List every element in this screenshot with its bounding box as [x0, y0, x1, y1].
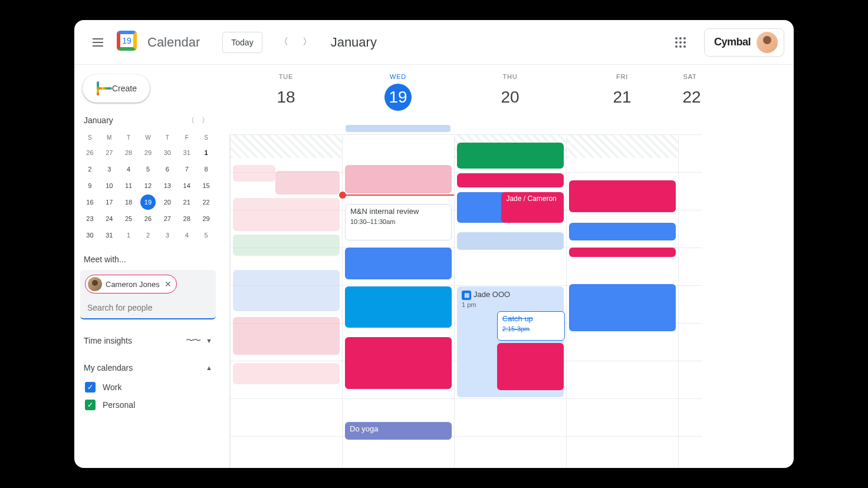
day-column-tue[interactable]	[230, 134, 342, 468]
mini-day[interactable]: 15	[199, 178, 214, 193]
event-block[interactable]	[275, 171, 340, 194]
mini-day[interactable]: 27	[101, 145, 117, 160]
event-catch-up[interactable]: Catch up 2:15-3pm	[497, 311, 565, 341]
event-block[interactable]	[233, 165, 275, 182]
main-menu-button[interactable]	[84, 28, 112, 57]
create-button[interactable]: Create	[83, 74, 150, 103]
current-month-label: January	[331, 35, 377, 50]
mini-day[interactable]: 10	[101, 178, 117, 193]
mini-day[interactable]: 30	[160, 145, 175, 160]
mini-day[interactable]: 2	[140, 227, 156, 243]
mini-day[interactable]: 27	[160, 211, 175, 226]
event-block[interactable]	[569, 248, 676, 257]
mini-day[interactable]: 26	[140, 211, 156, 226]
next-period-button[interactable]: 〉	[298, 33, 317, 52]
event-block[interactable]	[233, 363, 340, 384]
mini-day[interactable]: 5	[199, 227, 214, 243]
event-block[interactable]	[457, 143, 564, 169]
mini-day[interactable]: 2	[82, 161, 97, 177]
today-button[interactable]: Today	[222, 32, 262, 53]
all-day-event[interactable]	[346, 125, 451, 132]
day-header[interactable]: THU20	[454, 65, 566, 124]
mini-day[interactable]: 3	[101, 161, 117, 177]
mini-day[interactable]: 7	[179, 161, 195, 177]
mini-day[interactable]: 14	[179, 178, 195, 193]
event-block[interactable]	[345, 248, 452, 279]
mini-day[interactable]: 21	[179, 194, 195, 210]
mini-next-month[interactable]: 〉	[198, 113, 212, 127]
my-calendars-toggle[interactable]: My calendars ▲	[80, 357, 216, 378]
mini-day[interactable]: 11	[121, 178, 136, 193]
event-block[interactable]	[497, 343, 564, 390]
mini-day[interactable]: 19	[140, 194, 156, 210]
mini-day[interactable]: 28	[179, 211, 195, 226]
mini-day[interactable]: 4	[179, 227, 195, 243]
mini-day[interactable]: 31	[101, 227, 117, 243]
plus-icon	[91, 81, 105, 95]
mini-day[interactable]: 23	[82, 211, 97, 226]
event-do-yoga[interactable]: Do yoga	[345, 422, 452, 440]
app-window: 19 Calendar Today 〈 〉 January Cymbal Cre…	[74, 20, 794, 468]
day-column-fri[interactable]	[566, 134, 678, 468]
event-block[interactable]	[233, 235, 340, 256]
day-column-sat[interactable]	[678, 134, 702, 468]
event-block[interactable]	[457, 232, 564, 250]
event-jade-cameron[interactable]: Jade / Cameron	[501, 192, 564, 223]
mini-day[interactable]: 25	[121, 211, 136, 226]
mini-day[interactable]: 26	[82, 145, 97, 160]
mini-day[interactable]: 9	[82, 178, 97, 193]
mini-day[interactable]: 29	[140, 145, 156, 160]
mini-day[interactable]: 28	[121, 145, 136, 160]
app-title: Calendar	[147, 35, 200, 50]
day-header[interactable]: SAT22	[678, 65, 702, 124]
calendar-personal[interactable]: ✓ Personal	[80, 396, 216, 414]
person-chip[interactable]: Cameron Jones ✕	[85, 275, 177, 294]
event-mn-review[interactable]: M&N internal review 10:30–11:30am	[345, 204, 452, 240]
event-block[interactable]	[345, 165, 452, 193]
day-header[interactable]: WED19	[342, 65, 454, 124]
event-block[interactable]	[569, 180, 676, 212]
time-insights-toggle[interactable]: Time insights 〜〜 ▼	[80, 330, 216, 351]
event-block[interactable]	[233, 198, 340, 231]
day-column-thu[interactable]: Jade / Cameron ▦Jade OOO 1 pm Catch up 2…	[454, 134, 566, 468]
google-apps-button[interactable]	[669, 31, 692, 54]
mini-day[interactable]: 5	[140, 161, 156, 177]
mini-day[interactable]: 1	[121, 227, 136, 243]
mini-day[interactable]: 12	[140, 178, 156, 193]
calendar-logo-icon: 19	[117, 31, 140, 54]
prev-period-button[interactable]: 〈	[274, 33, 293, 52]
mini-day[interactable]: 18	[121, 194, 136, 210]
event-block[interactable]	[569, 284, 676, 331]
mini-prev-month[interactable]: 〈	[184, 113, 198, 127]
mini-day[interactable]: 8	[199, 161, 214, 177]
mini-day[interactable]: 1	[199, 145, 214, 160]
event-block[interactable]	[233, 270, 340, 311]
event-block[interactable]	[345, 286, 452, 328]
day-column-wed[interactable]: M&N internal review 10:30–11:30am Do yog…	[342, 134, 454, 468]
ooo-icon: ▦	[462, 291, 471, 300]
remove-chip-icon[interactable]: ✕	[165, 279, 172, 289]
search-people-input[interactable]	[85, 297, 211, 318]
mini-day[interactable]: 22	[199, 194, 214, 210]
event-block[interactable]	[233, 317, 340, 355]
event-block[interactable]	[345, 337, 452, 389]
mini-day[interactable]: 29	[199, 211, 214, 226]
calendar-work[interactable]: ✓ Work	[80, 378, 216, 396]
mini-day[interactable]: 24	[101, 211, 117, 226]
checkbox-checked-icon: ✓	[85, 382, 96, 393]
mini-day[interactable]: 30	[82, 227, 97, 243]
mini-day[interactable]: 13	[160, 178, 175, 193]
mini-day[interactable]: 3	[160, 227, 175, 243]
sidebar: Create January 〈 〉 SMTWTFS26272829303112…	[74, 65, 225, 468]
day-header[interactable]: FRI21	[566, 65, 678, 124]
mini-day[interactable]: 17	[101, 194, 117, 210]
mini-day[interactable]: 20	[160, 194, 175, 210]
mini-day[interactable]: 4	[121, 161, 136, 177]
mini-day[interactable]: 31	[179, 145, 195, 160]
mini-day[interactable]: 6	[160, 161, 175, 177]
event-block[interactable]	[457, 173, 564, 187]
mini-day[interactable]: 16	[82, 194, 97, 210]
day-header[interactable]: TUE18	[230, 65, 342, 124]
account-switcher[interactable]: Cymbal	[704, 28, 784, 57]
event-block[interactable]	[569, 223, 676, 240]
